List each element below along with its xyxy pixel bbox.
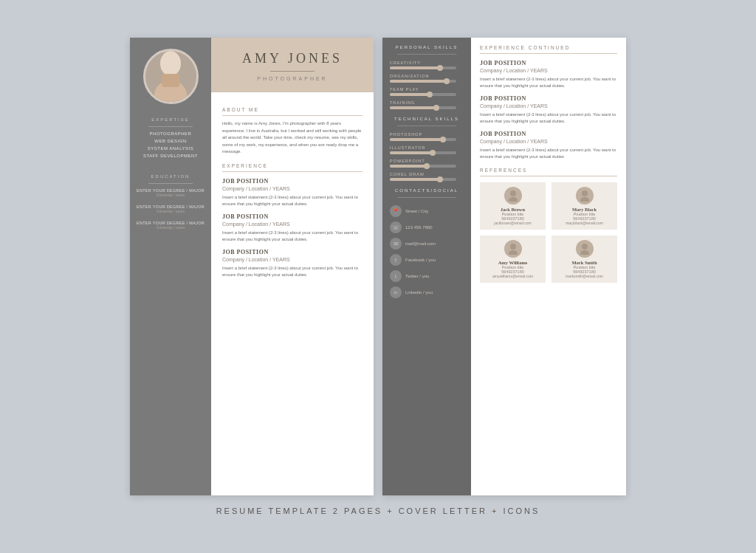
ref-email-2: maryblack@email.com	[566, 221, 603, 225]
exp2-job-desc-3: Insert a brief statement (2-3 lines) abo…	[480, 147, 617, 160]
candidate-job-title: PHOTOGRAPHER	[257, 76, 327, 81]
skill-org-dot	[444, 78, 450, 84]
skill-photoshop: PHOTOSHOP	[390, 132, 464, 141]
ref-card-4: Mark Smith Position title 5649237180 mar…	[551, 236, 617, 283]
about-underline	[222, 115, 362, 116]
ref-email-1: jackbrown@email.com	[494, 221, 531, 225]
name-divider	[270, 71, 315, 72]
exp2-job-co-1: Company / Location / YEARS	[480, 68, 617, 73]
skill-creativity-bar	[390, 66, 456, 69]
header-section: AMY JONES PHOTOGRAPHER	[211, 38, 374, 92]
phone-icon: ☏	[390, 221, 402, 233]
skill-ps-fill	[390, 138, 443, 141]
twitter-icon: t	[390, 270, 402, 282]
skill-ps-bar	[390, 138, 456, 141]
skill-cd-dot	[437, 176, 443, 182]
skill-org-fill	[390, 80, 447, 83]
resume-pages: EXPERTISE PHOTOGRAPHER WEB DESIGN SYSTEM…	[130, 38, 626, 495]
ref-name-1: Jack Brown	[501, 207, 525, 212]
edu-entry-1: ENTER YOUR DEGREE / MAJOR University / y…	[137, 188, 205, 197]
job-co-1: Company / Location / YEARS	[222, 186, 362, 191]
job-co-2: Company / Location / YEARS	[222, 221, 362, 227]
job-pos-2: JOB POSITION	[222, 213, 362, 220]
svg-point-8	[509, 250, 518, 255]
svg-point-5	[582, 190, 588, 196]
ref-name-2: Mary Black	[572, 207, 597, 212]
expertise-label: EXPERTISE	[151, 117, 190, 122]
job-desc-1: Insert a brief statement (2-3 lines) abo…	[222, 194, 362, 207]
candidate-name: AMY JONES	[242, 51, 343, 66]
exp-continued-title: EXPERIENCE CONTINUED	[480, 45, 617, 50]
ref-name-4: Mark Smith	[571, 260, 597, 265]
linkedin-icon: in	[390, 286, 402, 298]
job-desc-2: Insert a brief statement (2-3 lines) abo…	[222, 230, 362, 243]
svg-point-4	[509, 197, 518, 202]
edu-uni-2: University / years	[137, 209, 205, 213]
skill-ai-fill	[390, 151, 433, 154]
job-pos-3: JOB POSITION	[222, 249, 362, 255]
skill-creativity-fill	[390, 66, 440, 69]
contact-tw-text: Twitter / you	[405, 274, 429, 278]
skill-train-fill	[390, 106, 436, 109]
skill-teamplay: TEAM PLAY	[390, 87, 464, 96]
skill-train-dot	[433, 105, 439, 111]
contact-email: ✉ mail@mail.com	[390, 238, 464, 250]
contact-fb-text: Facebook / you	[405, 258, 436, 262]
job-co-3: Company / Location / YEARS	[222, 257, 362, 262]
skill-cd-fill	[390, 178, 440, 181]
contact-address: 📍 Street / City	[390, 205, 464, 217]
education-divider	[148, 183, 193, 184]
ref-card-2: Mary Black Position title 5649237180 mar…	[551, 182, 617, 230]
skill-powerpoint: POWERPOINT	[390, 159, 464, 168]
personal-skills-title: PERSONAL SKILLS	[390, 45, 464, 49]
exp2-job-desc-1: Insert a brief statement (2-3 lines) abo…	[480, 76, 617, 89]
expertise-item-3: SYSTEM ANALYSIS	[148, 146, 193, 151]
skill-ppt-bar	[390, 165, 456, 168]
facebook-icon: f	[390, 254, 402, 266]
bottom-label: RESUME TEMPLATE 2 PAGES + COVER LETTER +…	[216, 506, 540, 515]
skill-org-name: ORGANIZATION	[390, 74, 464, 78]
contacts-title: CONTACTS/SOCIAL	[390, 188, 464, 193]
svg-point-0	[160, 51, 181, 76]
experience-underline	[222, 171, 362, 172]
skills-column: PERSONAL SKILLS CREATIVITY ORGANIZATION …	[382, 38, 471, 495]
skill-creativity-dot	[437, 65, 443, 71]
ref-avatar-2	[576, 187, 594, 205]
expertise-item-1: PHOTOGRAPHER	[150, 131, 192, 136]
skill-ai-name: ILLUSTRATOR	[390, 145, 464, 150]
technical-skills-divider	[397, 126, 456, 126]
personal-skills-divider	[397, 54, 456, 55]
contacts-section: 📍 Street / City ☏ 123 456 7890 ✉ mail@ma…	[390, 205, 464, 298]
expertise-item-2: WEB DESIGN	[154, 139, 186, 143]
email-icon: ✉	[390, 238, 402, 250]
contact-li-text: Linkedin / you	[405, 290, 433, 295]
edu-entry-3: ENTER YOUR DEGREE / MAJOR University / y…	[137, 221, 205, 230]
skill-creativity-name: CREATIVITY	[390, 61, 464, 65]
skill-team-fill	[390, 93, 430, 96]
references-title: REFERENCES	[480, 168, 617, 173]
page2: PERSONAL SKILLS CREATIVITY ORGANIZATION …	[382, 38, 626, 495]
edu-uni-3: University / years	[137, 225, 205, 230]
skill-ppt-dot	[424, 163, 430, 169]
exp2-job-co-2: Company / Location / YEARS	[480, 103, 617, 109]
profile-photo	[143, 49, 199, 104]
sidebar: EXPERTISE PHOTOGRAPHER WEB DESIGN SYSTEM…	[130, 38, 211, 495]
contact-twitter: t Twitter / you	[390, 270, 464, 282]
skill-illustrator: ILLUSTRATOR	[390, 145, 464, 154]
skill-train-bar	[390, 106, 456, 109]
edu-uni-1: University / years	[137, 193, 205, 197]
about-label: ABOUT ME	[222, 107, 362, 112]
skill-org-bar	[390, 80, 456, 83]
skill-coreldraw: COREL DRAW	[390, 172, 464, 181]
job-pos-1: JOB POSITION	[222, 178, 362, 185]
svg-point-10	[580, 250, 589, 255]
contact-phone: ☏ 123 456 7890	[390, 221, 464, 233]
exp-continued-divider	[480, 53, 617, 54]
skill-ps-name: PHOTOSHOP	[390, 132, 464, 137]
main-content: AMY JONES PHOTOGRAPHER ABOUT ME Hello, m…	[211, 38, 374, 495]
education-label: EDUCATION	[151, 174, 190, 179]
ref-email-4: marksmith@email.com	[566, 274, 603, 278]
exp2-job-pos-3: JOB POSITION	[480, 131, 617, 137]
main-body: ABOUT ME Hello, my name is Amy Jones. I'…	[211, 92, 374, 495]
svg-point-6	[580, 197, 589, 202]
